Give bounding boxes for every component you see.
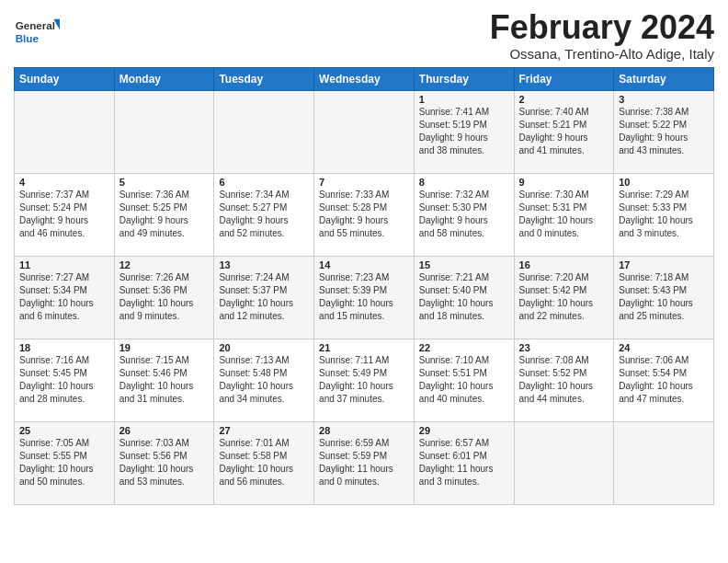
day-number: 29 (419, 425, 509, 436)
day-number: 16 (519, 259, 609, 270)
day-cell: 5Sunrise: 7:36 AM Sunset: 5:25 PM Daylig… (114, 173, 214, 256)
day-info: Sunrise: 7:41 AM Sunset: 5:19 PM Dayligh… (419, 106, 509, 157)
day-cell (614, 421, 714, 504)
day-info: Sunrise: 7:16 AM Sunset: 5:45 PM Dayligh… (19, 354, 109, 406)
day-number: 24 (619, 342, 709, 353)
day-cell: 1Sunrise: 7:41 AM Sunset: 5:19 PM Daylig… (414, 90, 514, 173)
day-cell: 16Sunrise: 7:20 AM Sunset: 5:42 PM Dayli… (514, 256, 614, 339)
day-cell (114, 90, 214, 173)
day-info: Sunrise: 7:27 AM Sunset: 5:34 PM Dayligh… (19, 271, 109, 323)
day-cell: 8Sunrise: 7:32 AM Sunset: 5:30 PM Daylig… (414, 173, 514, 256)
day-cell (15, 90, 115, 173)
day-cell: 13Sunrise: 7:24 AM Sunset: 5:37 PM Dayli… (214, 256, 314, 339)
logo: General Blue (14, 13, 60, 50)
day-info: Sunrise: 7:33 AM Sunset: 5:28 PM Dayligh… (319, 189, 409, 240)
day-cell (214, 90, 314, 173)
day-number: 3 (619, 94, 709, 105)
day-cell: 18Sunrise: 7:16 AM Sunset: 5:45 PM Dayli… (15, 339, 115, 421)
day-number: 14 (319, 259, 409, 270)
day-cell: 26Sunrise: 7:03 AM Sunset: 5:56 PM Dayli… (114, 421, 214, 504)
header-row: SundayMondayTuesdayWednesdayThursdayFrid… (15, 67, 714, 90)
day-info: Sunrise: 7:15 AM Sunset: 5:46 PM Dayligh… (119, 354, 210, 406)
day-info: Sunrise: 7:37 AM Sunset: 5:24 PM Dayligh… (19, 189, 109, 240)
header-cell-wednesday: Wednesday (314, 67, 415, 90)
day-info: Sunrise: 7:11 AM Sunset: 5:49 PM Dayligh… (319, 354, 409, 406)
svg-text:Blue: Blue (16, 32, 40, 44)
day-info: Sunrise: 7:20 AM Sunset: 5:42 PM Dayligh… (519, 271, 609, 323)
day-cell: 29Sunrise: 6:57 AM Sunset: 6:01 PM Dayli… (414, 421, 514, 504)
day-info: Sunrise: 7:21 AM Sunset: 5:40 PM Dayligh… (419, 271, 509, 323)
day-cell: 19Sunrise: 7:15 AM Sunset: 5:46 PM Dayli… (114, 339, 214, 421)
calendar-table: SundayMondayTuesdayWednesdayThursdayFrid… (14, 67, 714, 505)
day-info: Sunrise: 7:10 AM Sunset: 5:51 PM Dayligh… (419, 354, 509, 406)
day-info: Sunrise: 7:38 AM Sunset: 5:22 PM Dayligh… (619, 106, 709, 157)
day-number: 11 (19, 259, 109, 270)
week-row-1: 1Sunrise: 7:41 AM Sunset: 5:19 PM Daylig… (15, 90, 714, 173)
day-info: Sunrise: 7:40 AM Sunset: 5:21 PM Dayligh… (519, 106, 609, 157)
day-number: 15 (419, 259, 509, 270)
week-row-4: 18Sunrise: 7:16 AM Sunset: 5:45 PM Dayli… (15, 339, 714, 421)
svg-text:General: General (16, 19, 55, 31)
day-cell: 4Sunrise: 7:37 AM Sunset: 5:24 PM Daylig… (15, 173, 115, 256)
day-info: Sunrise: 7:32 AM Sunset: 5:30 PM Dayligh… (419, 189, 509, 240)
day-info: Sunrise: 7:29 AM Sunset: 5:33 PM Dayligh… (619, 189, 709, 240)
day-info: Sunrise: 7:18 AM Sunset: 5:43 PM Dayligh… (619, 271, 709, 323)
day-cell: 28Sunrise: 6:59 AM Sunset: 5:59 PM Dayli… (314, 421, 415, 504)
day-number: 12 (119, 259, 210, 270)
day-number: 8 (419, 177, 509, 188)
month-title: February 2024 (490, 9, 714, 46)
day-number: 21 (319, 342, 409, 353)
day-cell: 10Sunrise: 7:29 AM Sunset: 5:33 PM Dayli… (614, 173, 714, 256)
day-number: 4 (19, 177, 109, 188)
day-info: Sunrise: 7:05 AM Sunset: 5:55 PM Dayligh… (19, 437, 109, 488)
week-row-5: 25Sunrise: 7:05 AM Sunset: 5:55 PM Dayli… (15, 421, 714, 504)
day-cell: 25Sunrise: 7:05 AM Sunset: 5:55 PM Dayli… (15, 421, 115, 504)
day-info: Sunrise: 7:13 AM Sunset: 5:48 PM Dayligh… (219, 354, 309, 406)
day-cell: 23Sunrise: 7:08 AM Sunset: 5:52 PM Dayli… (514, 339, 614, 421)
day-number: 20 (219, 342, 309, 353)
day-cell: 12Sunrise: 7:26 AM Sunset: 5:36 PM Dayli… (114, 256, 214, 339)
day-info: Sunrise: 6:59 AM Sunset: 5:59 PM Dayligh… (319, 437, 409, 488)
day-number: 5 (119, 177, 210, 188)
week-row-3: 11Sunrise: 7:27 AM Sunset: 5:34 PM Dayli… (15, 256, 714, 339)
day-cell: 14Sunrise: 7:23 AM Sunset: 5:39 PM Dayli… (314, 256, 415, 339)
header-cell-saturday: Saturday (614, 67, 714, 90)
day-number: 17 (619, 259, 709, 270)
day-number: 27 (219, 425, 309, 436)
day-number: 9 (519, 177, 609, 188)
day-cell: 9Sunrise: 7:30 AM Sunset: 5:31 PM Daylig… (514, 173, 614, 256)
day-number: 19 (119, 342, 210, 353)
day-cell: 2Sunrise: 7:40 AM Sunset: 5:21 PM Daylig… (514, 90, 614, 173)
day-number: 23 (519, 342, 609, 353)
title-block: February 2024 Ossana, Trentino-Alto Adig… (490, 9, 714, 62)
location: Ossana, Trentino-Alto Adige, Italy (490, 46, 714, 62)
day-info: Sunrise: 7:08 AM Sunset: 5:52 PM Dayligh… (519, 354, 609, 406)
day-cell: 15Sunrise: 7:21 AM Sunset: 5:40 PM Dayli… (414, 256, 514, 339)
day-number: 10 (619, 177, 709, 188)
day-number: 25 (19, 425, 109, 436)
day-cell: 6Sunrise: 7:34 AM Sunset: 5:27 PM Daylig… (214, 173, 314, 256)
day-cell (514, 421, 614, 504)
day-info: Sunrise: 7:36 AM Sunset: 5:25 PM Dayligh… (119, 189, 210, 240)
day-info: Sunrise: 7:03 AM Sunset: 5:56 PM Dayligh… (119, 437, 210, 488)
header-cell-tuesday: Tuesday (214, 67, 314, 90)
day-cell: 27Sunrise: 7:01 AM Sunset: 5:58 PM Dayli… (214, 421, 314, 504)
day-cell: 3Sunrise: 7:38 AM Sunset: 5:22 PM Daylig… (614, 90, 714, 173)
day-cell (314, 90, 415, 173)
header-cell-sunday: Sunday (15, 67, 115, 90)
day-number: 26 (119, 425, 210, 436)
day-cell: 21Sunrise: 7:11 AM Sunset: 5:49 PM Dayli… (314, 339, 415, 421)
day-info: Sunrise: 7:23 AM Sunset: 5:39 PM Dayligh… (319, 271, 409, 323)
day-number: 22 (419, 342, 509, 353)
day-info: Sunrise: 6:57 AM Sunset: 6:01 PM Dayligh… (419, 437, 509, 488)
day-cell: 24Sunrise: 7:06 AM Sunset: 5:54 PM Dayli… (614, 339, 714, 421)
day-cell: 7Sunrise: 7:33 AM Sunset: 5:28 PM Daylig… (314, 173, 415, 256)
week-row-2: 4Sunrise: 7:37 AM Sunset: 5:24 PM Daylig… (15, 173, 714, 256)
header-cell-monday: Monday (114, 67, 214, 90)
logo-svg: General Blue (14, 13, 60, 50)
header-cell-friday: Friday (514, 67, 614, 90)
day-cell: 20Sunrise: 7:13 AM Sunset: 5:48 PM Dayli… (214, 339, 314, 421)
day-info: Sunrise: 7:06 AM Sunset: 5:54 PM Dayligh… (619, 354, 709, 406)
header: General Blue February 2024 Ossana, Trent… (14, 9, 714, 62)
header-cell-thursday: Thursday (414, 67, 514, 90)
